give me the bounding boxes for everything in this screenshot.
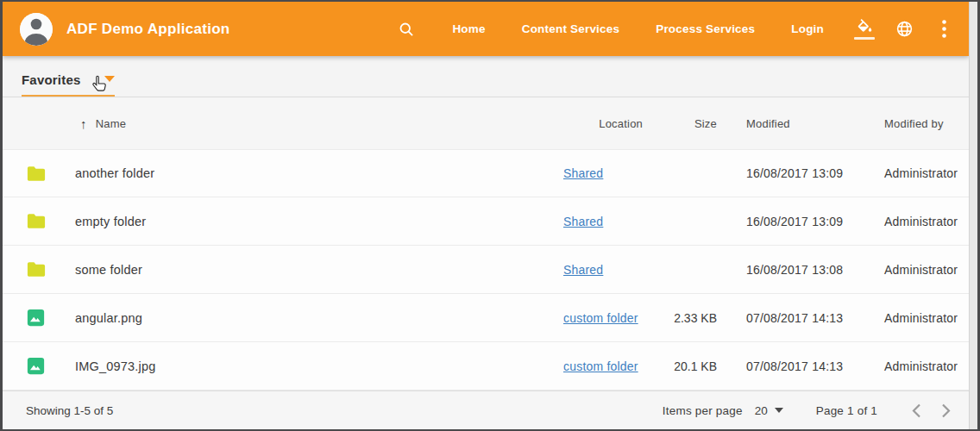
more-vert-icon[interactable] <box>936 20 952 38</box>
modified-by-cell: Administrator <box>884 166 958 180</box>
modified-by-cell: Administrator <box>884 263 958 277</box>
table-header-row: ↑ Name Location Size Modified Modified b… <box>3 97 969 149</box>
location-link[interactable]: custom folder <box>563 359 638 373</box>
location-cell: Shared <box>563 166 667 181</box>
modified-by-cell: Administrator <box>884 359 958 373</box>
nav-item-process-services[interactable]: Process Services <box>638 14 773 44</box>
modified-cell: 16/08/2017 13:09 <box>720 166 884 180</box>
app-title: ADF Demo Application <box>66 21 230 38</box>
location-link[interactable]: Shared <box>563 263 603 277</box>
location-cell: Shared <box>563 262 667 278</box>
folder-icon <box>3 261 75 278</box>
items-per-page-select[interactable]: 20 <box>755 404 783 417</box>
table-row[interactable]: empty folder Shared 16/08/2017 13:09 Adm… <box>3 197 969 246</box>
location-link[interactable]: custom folder <box>563 311 638 325</box>
table-row[interactable]: angular.png custom folder 2.33 KB 07/08/… <box>3 294 969 342</box>
theme-underline <box>854 37 875 40</box>
location-cell: Shared <box>563 214 667 229</box>
modified-cell: 16/08/2017 13:09 <box>720 215 884 228</box>
location-cell: custom folder <box>563 359 667 374</box>
table-row[interactable]: some folder Shared 16/08/2017 13:08 Admi… <box>3 246 969 294</box>
nav-item-content-services[interactable]: Content Services <box>504 14 638 44</box>
file-name[interactable]: angular.png <box>75 311 563 325</box>
scrollbar-track[interactable] <box>969 2 977 429</box>
next-page-button[interactable] <box>931 396 960 425</box>
modified-cell: 07/08/2017 14:13 <box>720 359 884 373</box>
location-link[interactable]: Shared <box>563 215 603 228</box>
table-row[interactable]: another folder Shared 16/08/2017 13:09 A… <box>3 149 969 197</box>
showing-range-label: Showing 1-5 of 5 <box>26 404 113 417</box>
app-header: ADF Demo Application Home Content Servic… <box>3 2 969 56</box>
file-name[interactable]: empty folder <box>75 215 563 228</box>
app-window: ADF Demo Application Home Content Servic… <box>0 0 980 431</box>
chevron-down-icon <box>775 408 783 413</box>
avatar[interactable] <box>20 13 53 46</box>
paginator: Showing 1-5 of 5 Items per page 20 Page … <box>3 390 969 429</box>
file-name[interactable]: another folder <box>75 166 563 180</box>
column-header-modified-by[interactable]: Modified by <box>884 117 957 130</box>
file-name[interactable]: IMG_0973.jpg <box>75 359 563 373</box>
column-header-location[interactable]: Location <box>563 117 667 130</box>
modified-by-cell: Administrator <box>884 311 958 325</box>
previous-page-button[interactable] <box>901 396 931 425</box>
items-per-page-value: 20 <box>755 404 768 417</box>
items-per-page-label: Items per page <box>663 404 743 417</box>
chevron-down-icon <box>104 76 115 82</box>
file-name[interactable]: some folder <box>75 263 563 277</box>
column-header-name[interactable]: ↑ Name <box>75 116 563 131</box>
tab-favorites-label: Favorites <box>22 72 81 87</box>
sort-asc-icon: ↑ <box>80 116 87 131</box>
image-file-icon <box>3 357 75 375</box>
modified-cell: 07/08/2017 14:13 <box>720 311 884 325</box>
location-link[interactable]: Shared <box>563 166 603 180</box>
language-globe-icon[interactable] <box>895 20 914 38</box>
person-icon <box>20 13 53 46</box>
modified-cell: 16/08/2017 13:08 <box>720 263 884 277</box>
column-header-modified[interactable]: Modified <box>720 117 884 130</box>
folder-icon <box>3 166 75 182</box>
search-icon[interactable] <box>398 21 415 38</box>
document-list: another folder Shared 16/08/2017 13:09 A… <box>3 149 969 390</box>
page-count-label: Page 1 of 1 <box>816 404 877 417</box>
top-navigation: Home Content Services Process Services L… <box>398 14 957 44</box>
size-cell: 20.1 KB <box>667 359 720 373</box>
modified-by-cell: Administrator <box>884 215 958 228</box>
nav-item-home[interactable]: Home <box>434 14 503 44</box>
color-fill-theme-icon[interactable] <box>854 19 875 40</box>
tab-favorites[interactable]: Favorites <box>22 64 115 97</box>
nav-item-login[interactable]: Login <box>773 14 842 44</box>
table-row[interactable]: IMG_0973.jpg custom folder 20.1 KB 07/08… <box>3 342 969 390</box>
location-cell: custom folder <box>563 310 667 326</box>
folder-icon <box>3 213 75 229</box>
image-file-icon <box>3 309 75 327</box>
column-header-size[interactable]: Size <box>667 117 720 130</box>
size-cell: 2.33 KB <box>667 311 720 325</box>
view-tab-strip: Favorites <box>3 56 969 97</box>
